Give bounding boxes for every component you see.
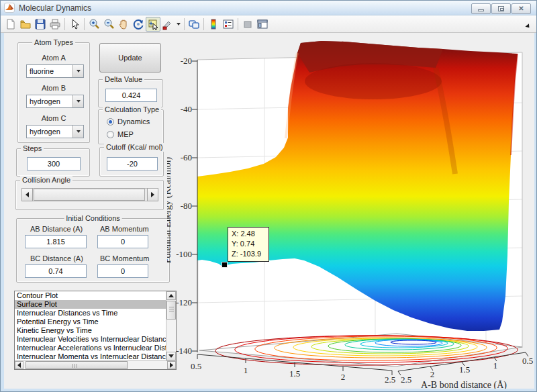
- list-item[interactable]: Internuclear Distances vs Time: [15, 309, 166, 317]
- close-icon: ✕: [518, 5, 524, 12]
- cutoff-field[interactable]: [107, 157, 158, 170]
- list-item[interactable]: Potential Energy vs Time: [15, 317, 166, 326]
- cutoff-panel: Cutoff (Kcal/ mol): [99, 147, 164, 177]
- svg-text:2.5: 2.5: [385, 375, 395, 385]
- edit-plot-pointer-icon: [68, 18, 81, 30]
- slider-right-arrow-button[interactable]: [147, 188, 158, 201]
- ab-momentum-field[interactable]: [97, 235, 148, 248]
- svg-text:-120: -120: [176, 297, 192, 307]
- surface-plot-canvas[interactable]: -20 -40 -60 -80 -100 -120 -140 0.5 1 1.5…: [167, 33, 534, 389]
- data-cursor-button[interactable]: [146, 17, 160, 32]
- svg-text:2: 2: [341, 372, 346, 382]
- maximize-icon: [498, 6, 504, 11]
- brush-button[interactable]: [160, 17, 175, 32]
- title-bar[interactable]: Molecular Dynamics ✕: [1, 1, 536, 15]
- hide-plot-tools-button[interactable]: [240, 17, 255, 32]
- data-cursor-marker[interactable]: [222, 262, 228, 268]
- slider-left-arrow-button[interactable]: [21, 188, 33, 201]
- radio-unselected-icon[interactable]: [107, 131, 114, 138]
- list-item[interactable]: Kinetic Energy vs Time: [15, 326, 166, 335]
- initial-conditions-title: Initial Conditions: [64, 214, 122, 223]
- list-item-selected[interactable]: Surface Plot: [15, 300, 166, 309]
- mep-radio-label: MEP: [117, 130, 134, 138]
- insert-colorbar-button[interactable]: [206, 17, 221, 32]
- delta-value-field[interactable]: [105, 89, 157, 102]
- close-button[interactable]: ✕: [511, 3, 531, 14]
- link-plot-button[interactable]: [187, 17, 201, 32]
- zoom-in-icon: [88, 18, 100, 30]
- steps-field[interactable]: [27, 157, 81, 170]
- collision-angle-slider[interactable]: [21, 188, 158, 201]
- data-tip-x: X: 2.48: [232, 229, 265, 239]
- edit-plot-button[interactable]: [67, 17, 82, 32]
- cutoff-title: Cutoff (Kcal/ mol): [104, 143, 165, 152]
- print-figure-button[interactable]: [48, 17, 62, 32]
- print-figure-icon: [49, 18, 61, 30]
- save-figure-button[interactable]: [33, 17, 48, 32]
- window-title: Molecular Dynamics: [19, 3, 91, 13]
- data-cursor-icon: [147, 18, 159, 30]
- zoom-in-button[interactable]: [87, 17, 101, 32]
- atom-a-dropdown-button[interactable]: [72, 65, 83, 77]
- radio-selected-icon[interactable]: [107, 118, 114, 126]
- rotate-3d-button[interactable]: [131, 17, 146, 32]
- delta-value-panel: Delta Value: [98, 79, 163, 107]
- toolbar-separator: [84, 18, 85, 30]
- ab-distance-label: AB Distance (A): [30, 225, 83, 233]
- svg-text:1.5: 1.5: [289, 369, 300, 379]
- thumb-grip-icon: [75, 364, 75, 368]
- bc-momentum-field[interactable]: [97, 264, 148, 278]
- calculation-type-title: Calculation Type: [103, 105, 161, 114]
- dynamics-radio-row[interactable]: Dynamics: [107, 117, 150, 126]
- insert-legend-button[interactable]: [221, 17, 236, 32]
- mep-radio-row[interactable]: MEP: [107, 130, 134, 138]
- rotate-3d-icon: [132, 18, 144, 30]
- atom-c-dropdown[interactable]: hydrogen: [26, 125, 84, 138]
- atom-b-dropdown-button[interactable]: [72, 95, 83, 107]
- update-button[interactable]: Update: [99, 43, 161, 72]
- list-item[interactable]: Internuclear Accelerations vs Internucle…: [15, 344, 166, 352]
- horizontal-scroll-thumb[interactable]: [26, 361, 128, 369]
- slider-thumb[interactable]: [34, 189, 145, 201]
- toolbar-separator: [64, 18, 65, 30]
- atom-types-title: Atom Types: [32, 38, 75, 47]
- scroll-left-button[interactable]: [15, 361, 23, 369]
- pan-hand-icon: [117, 18, 130, 30]
- atom-a-dropdown[interactable]: fluorine: [26, 64, 84, 78]
- new-figure-button[interactable]: [3, 17, 18, 32]
- atom-b-value: hydrogen: [30, 97, 60, 105]
- minimize-icon: [478, 9, 484, 11]
- list-item[interactable]: Internuclear Velocities vs Internuclear …: [15, 335, 166, 344]
- atom-c-dropdown-button[interactable]: [72, 126, 83, 138]
- zoom-out-button[interactable]: [101, 17, 116, 32]
- toolbar-overflow-button[interactable]: [525, 20, 532, 32]
- list-item[interactable]: Contour Plot: [15, 291, 166, 300]
- show-plot-tools-button[interactable]: [255, 17, 270, 32]
- ab-distance-field[interactable]: [25, 235, 87, 248]
- figure-client-area: Atom Types Atom A fluorine Atom B hydrog…: [4, 33, 534, 389]
- atom-b-label: Atom B: [42, 84, 66, 92]
- atom-b-dropdown[interactable]: hydrogen: [26, 95, 84, 108]
- bc-momentum-label: BC Momentum: [100, 254, 149, 262]
- open-file-button[interactable]: [18, 17, 33, 32]
- collision-angle-title: Collision Angle: [20, 176, 72, 185]
- svg-text:-20: -20: [181, 56, 192, 66]
- minimize-button[interactable]: [471, 3, 491, 14]
- pan-button[interactable]: [116, 17, 131, 32]
- atom-a-value: fluorine: [30, 67, 54, 75]
- atom-types-panel: Atom Types Atom A fluorine Atom B hydrog…: [17, 42, 90, 143]
- arrow-right-icon: [151, 192, 154, 197]
- maximize-button[interactable]: [491, 3, 511, 14]
- brush-dropdown-button[interactable]: [175, 17, 182, 32]
- initial-conditions-panel: Initial Conditions AB Distance (A) AB Mo…: [16, 218, 170, 283]
- brush-data-icon: [162, 18, 174, 30]
- toolbar-separator: [238, 18, 238, 30]
- svg-text:1: 1: [493, 360, 498, 371]
- plot-type-listbox[interactable]: Contour Plot Surface Plot Internuclear D…: [14, 291, 177, 370]
- svg-text:1: 1: [244, 365, 248, 375]
- data-tip[interactable]: X: 2.48 Y: 0.74 Z: -103.9: [228, 227, 269, 262]
- bc-distance-field[interactable]: [25, 264, 87, 278]
- horizontal-scrollbar[interactable]: [15, 360, 176, 369]
- data-tip-y: Y: 0.74: [232, 239, 265, 249]
- toolbar-separator: [184, 18, 185, 30]
